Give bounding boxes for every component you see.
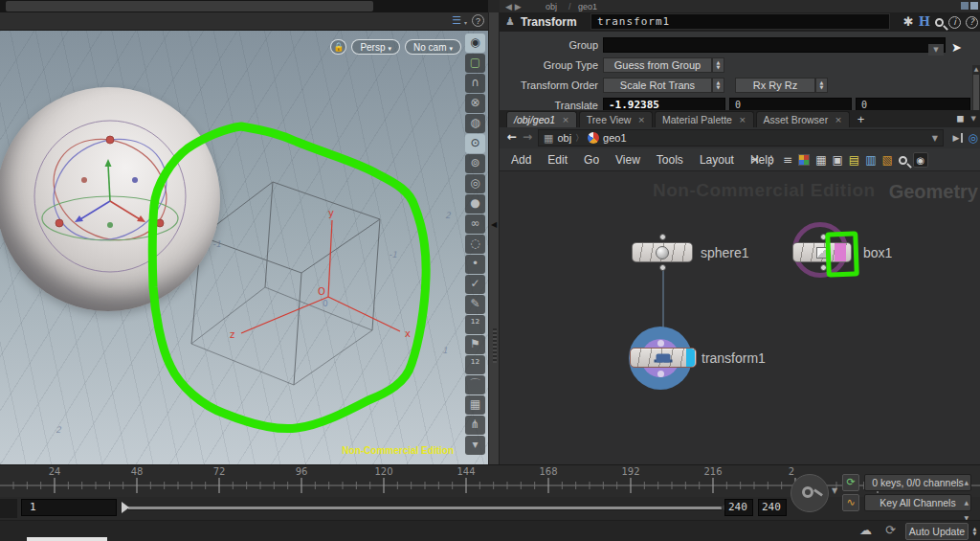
playhead-marker[interactable] [122,502,129,513]
light-icon[interactable]: ◎ [465,174,485,193]
camera-lock-button[interactable]: 🔒 [330,39,346,55]
pane-options-icon[interactable]: ☰ [452,14,461,27]
transform1-label[interactable]: transform1 [702,350,766,366]
search-icon[interactable] [935,18,944,27]
eye-icon[interactable]: ◉ [913,152,928,168]
tab-close-icon[interactable]: × [739,113,746,127]
curve-icon[interactable]: ⌒ [465,375,485,394]
info-icon[interactable]: i [948,16,961,29]
node-sphere1[interactable] [632,242,693,262]
pin-icon[interactable]: ▶ [953,133,963,143]
range-end-field[interactable]: 240 [724,499,753,516]
breadcrumb-geo1[interactable]: geo1 [603,132,626,144]
sphere1-output-dot[interactable] [659,264,666,271]
tab-tree-view[interactable]: Tree View× [579,111,653,127]
tab-close-icon[interactable]: × [835,113,842,127]
group-pick-arrow-icon[interactable]: ➤ [951,40,962,55]
layout-grid-icon[interactable]: ▦ [815,153,826,167]
pen-icon[interactable]: ✎ [465,295,485,314]
snap-icon[interactable]: ⊗ [465,94,485,113]
sticky-note-icon[interactable]: ▤ [849,153,859,167]
transform1-output-dot[interactable] [657,371,664,377]
frame-slider-track[interactable] [128,507,722,509]
gallery-icon[interactable]: ▧ [882,153,893,167]
search-icon[interactable] [899,156,907,165]
window-icon[interactable]: ▣ [832,153,842,167]
group-type-spinner[interactable]: ▲▼ [712,57,724,73]
key-all-channels-dropdown[interactable]: Key All Channels ▲▼ [864,494,971,511]
collapse-arrow-icon[interactable]: ◀ [491,220,497,229]
pivot-icon[interactable]: ⋔ [465,416,485,435]
view-disc-icon[interactable]: ◍ [465,114,485,133]
shade-sphere-icon[interactable]: ● [465,194,485,214]
pane-divider[interactable]: ◀ [488,12,500,464]
dot-icon[interactable]: • [465,255,485,274]
point-numbers-icon[interactable]: ¹² [465,315,485,334]
scroll-up-icon[interactable]: ▲ [972,65,980,72]
nav-forward-icon[interactable]: → [523,130,532,144]
tab-close-icon[interactable]: × [637,113,645,127]
menu-view[interactable]: View [615,153,640,167]
node-name-field[interactable] [590,13,890,30]
xform-order-spinner[interactable]: ▲▼ [712,78,724,93]
scoped-channels-icon[interactable]: ⟳ [842,474,859,491]
menu-go[interactable]: Go [584,153,599,167]
tab-menu-caret-icon[interactable]: ▼ [971,115,976,123]
sphere1-label[interactable]: sphere1 [701,245,749,260]
prim-numbers-icon[interactable]: ¹² [465,355,485,374]
flag-icon[interactable]: ⚑ [465,335,485,354]
key-options-caret-icon[interactable]: ▼ [832,486,837,495]
projection-button[interactable]: Persp▾ [351,39,400,55]
set-key-button[interactable] [791,474,829,512]
pen-check-icon[interactable]: ✓ [465,275,485,294]
tab-asset-browser[interactable]: Asset Browser× [756,111,850,127]
lock-selection-icon[interactable]: ∩ [465,74,485,93]
group-dropdown-icon[interactable]: ▼ [928,44,944,56]
auto-update-dropdown[interactable]: Auto Update [905,523,969,540]
view-tool-icon[interactable]: ◉ [465,34,485,53]
more-icon[interactable]: ▾ [465,436,485,455]
recook-icon[interactable]: ⟳ [885,523,896,537]
new-tab-button[interactable]: + [858,112,865,127]
tab-material-palette[interactable]: Material Palette× [655,111,754,127]
select-tool-icon[interactable]: ▢ [465,54,485,73]
menu-tools[interactable]: Tools [657,153,683,167]
path-obj[interactable]: obj [546,2,557,11]
menu-add[interactable]: Add [511,153,531,167]
group-field[interactable] [603,37,946,53]
transform1-display-flag[interactable] [686,349,695,367]
xform-order-dropdown[interactable]: Scale Rot Trans [603,78,712,93]
palette-grid-icon[interactable] [798,154,810,166]
box1-label[interactable]: box1 [863,245,892,260]
menu-layout[interactable]: Layout [700,153,734,167]
back-icon[interactable]: ◀ ▶ [505,2,522,11]
list-icon[interactable]: ≡ [783,153,792,167]
pane-help-icon[interactable]: ? [472,14,484,27]
houdini-icon[interactable]: H [919,14,930,30]
checker-icon[interactable]: ▦ [465,395,485,415]
follow-target-icon[interactable]: ◎ [969,131,978,145]
menu-edit[interactable]: Edit [547,153,568,167]
transform1-input-dot[interactable] [657,340,664,347]
stereo-glasses-icon[interactable]: ∞ [465,214,485,234]
maximize-icon[interactable]: ◼ [956,113,964,124]
hierarchy-icon[interactable]: ⋮ [766,153,777,167]
group-type-dropdown[interactable]: Guess from Group [603,57,712,73]
animation-editor-icon[interactable]: ∿ [842,494,859,511]
network-path[interactable]: ▦ obj 〉 geo1 ▼ [538,129,944,147]
divider-grip[interactable] [493,328,497,363]
rot-order-spinner[interactable]: ▲▼ [815,78,828,93]
viewport-3d[interactable]: y x z O 0 -1-1122 [0,31,488,464]
path-dropdown-icon[interactable]: ▼ [932,134,938,143]
image-icon[interactable]: ▥ [865,153,876,167]
gear-icon[interactable]: ✱ [903,14,914,30]
pane-options-caret-icon[interactable]: ▾ [464,19,467,26]
tools-icon[interactable]: ✕ [750,153,760,167]
keys-status-button[interactable]: 0 keys, 0/0 channels ▲ [864,474,971,491]
network-canvas[interactable]: Non-Commercial Edition Geometry sphere1 … [500,171,980,464]
camera-select-button[interactable]: No cam▾ [405,39,461,55]
node-transform1[interactable] [630,348,697,368]
rot-order-dropdown[interactable]: Rx Ry Rz [735,78,815,93]
memory-icon[interactable]: ☁ [859,523,872,537]
global-end-field[interactable]: 240 [758,499,787,516]
